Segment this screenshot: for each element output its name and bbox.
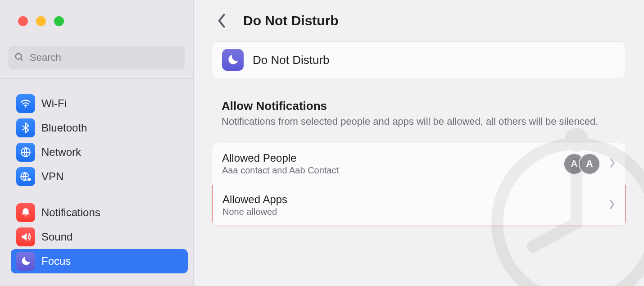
svg-rect-5 [27, 178, 31, 181]
speaker-icon [16, 227, 35, 246]
sidebar-item-sound[interactable]: Sound [11, 225, 188, 249]
window-controls [18, 16, 64, 26]
globe-icon [16, 143, 35, 162]
chevron-right-icon [609, 158, 616, 170]
dnd-focus-label: Do Not Disturb [253, 53, 330, 67]
svg-point-2 [25, 106, 27, 108]
row-title: Allowed People [222, 152, 563, 164]
row-subtitle: Aaa contact and Aab Contact [222, 165, 563, 176]
row-title: Allowed Apps [222, 193, 609, 206]
chevron-right-icon [609, 200, 615, 211]
allow-notifications-title: Allow Notifications [222, 99, 616, 113]
sidebar-item-label: Focus [41, 255, 71, 268]
close-window-button[interactable] [18, 16, 28, 26]
sidebar-item-notifications[interactable]: Notifications [11, 200, 188, 225]
sidebar-item-label: Bluetooth [41, 122, 87, 134]
fullscreen-window-button[interactable] [54, 16, 64, 26]
sidebar-item-label: Notifications [41, 206, 100, 219]
back-button[interactable] [212, 11, 231, 31]
page-title: Do Not Disturb [243, 13, 339, 28]
svg-point-0 [16, 54, 22, 59]
people-avatars: A A [563, 153, 600, 175]
globe-lock-icon [16, 167, 35, 186]
allow-notifications-subtitle: Notifications from selected people and a… [222, 115, 616, 128]
sidebar-item-label: Wi-Fi [41, 97, 67, 110]
bell-icon [16, 203, 35, 222]
moon-icon [16, 252, 35, 271]
search-input[interactable] [8, 46, 185, 69]
allow-list: Allowed People Aaa contact and Aab Conta… [212, 143, 626, 227]
sidebar-item-label: Network [41, 146, 81, 159]
moon-icon [222, 49, 244, 71]
avatar: A [579, 153, 600, 175]
sidebar-item-vpn[interactable]: VPN [11, 164, 188, 189]
wifi-icon [16, 94, 35, 113]
allowed-apps-row[interactable]: Allowed Apps None allowed [212, 185, 626, 226]
svg-line-1 [21, 59, 23, 61]
search-icon [14, 52, 24, 62]
minimize-window-button[interactable] [36, 16, 46, 26]
sidebar-item-bluetooth[interactable]: Bluetooth [11, 116, 188, 140]
search-wrap [8, 46, 185, 69]
main-pane: Do Not Disturb Do Not Disturb Allow Noti… [194, 0, 644, 286]
allowed-people-row[interactable]: Allowed People Aaa contact and Aab Conta… [212, 143, 626, 185]
sidebar: Wi-Fi Bluetooth Network VPN [0, 0, 194, 286]
dnd-focus-card[interactable]: Do Not Disturb [212, 41, 626, 78]
sidebar-item-network[interactable]: Network [11, 140, 188, 164]
sidebar-item-focus[interactable]: Focus [11, 249, 188, 273]
row-subtitle: None allowed [222, 207, 609, 217]
sidebar-item-wifi[interactable]: Wi-Fi [11, 91, 188, 116]
sidebar-item-label: VPN [41, 170, 63, 183]
bluetooth-icon [16, 118, 35, 137]
sidebar-item-label: Sound [41, 231, 73, 243]
